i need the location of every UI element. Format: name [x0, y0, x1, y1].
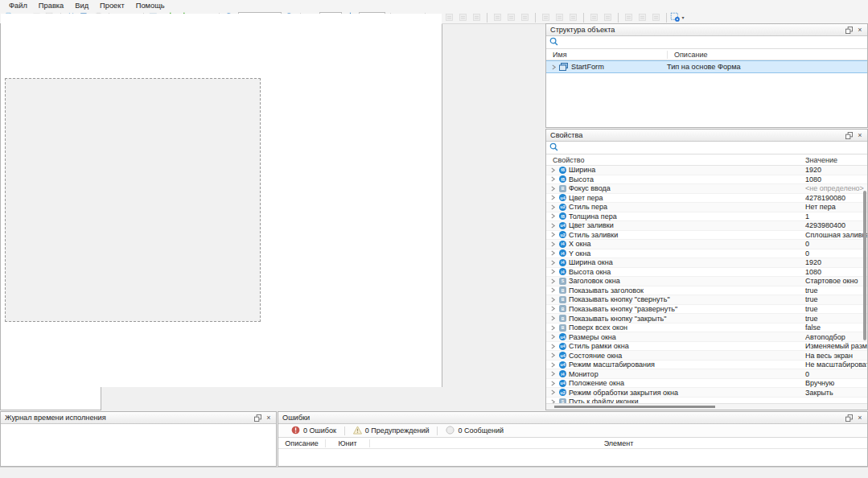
- property-value[interactable]: Автоподбор: [805, 333, 845, 341]
- structure-row-startform[interactable]: StartFormТип на основе Форма: [546, 60, 867, 73]
- close-panel-icon[interactable]: ×: [855, 414, 865, 422]
- chevron-right-icon[interactable]: [548, 278, 557, 284]
- property-row-13[interactable]: BПоказывать заголовокtrue: [546, 286, 867, 296]
- chevron-right-icon[interactable]: [548, 213, 557, 219]
- chevron-right-icon[interactable]: [548, 381, 557, 386]
- property-row-23[interactable]: u4Положение окнаВручную: [546, 379, 867, 389]
- property-row-19[interactable]: u4Стиль рамки окнаИзменяемый размер: [546, 342, 867, 352]
- chevron-right-icon[interactable]: [549, 64, 558, 70]
- float-panel-icon[interactable]: [253, 414, 262, 422]
- property-row-1[interactable]: f8Высота1080: [546, 175, 867, 185]
- errors-filter-0[interactable]: 0 Ошибок: [283, 424, 344, 437]
- property-row-6[interactable]: u4Цвет заливки4293980400: [546, 221, 867, 231]
- property-value[interactable]: 4278190080: [805, 194, 845, 202]
- properties-search[interactable]: [546, 142, 867, 155]
- property-value[interactable]: true: [805, 305, 818, 313]
- close-panel-icon[interactable]: ×: [855, 131, 865, 140]
- chevron-right-icon[interactable]: [548, 389, 557, 395]
- property-row-17[interactable]: BПоверх всех оконfalse: [546, 323, 867, 333]
- structure-search[interactable]: [546, 36, 867, 49]
- property-value[interactable]: Вручную: [805, 379, 834, 387]
- chevron-right-icon[interactable]: [548, 195, 557, 200]
- chevron-right-icon[interactable]: [548, 362, 557, 368]
- chevron-right-icon[interactable]: [548, 334, 557, 340]
- menu-item-0[interactable]: Файл: [3, 2, 33, 10]
- chevron-right-icon[interactable]: [548, 287, 557, 293]
- property-row-24[interactable]: u2Режим обработки закрытия окнаЗакрыть: [546, 388, 867, 398]
- vertical-scrollbar[interactable]: [863, 191, 866, 340]
- chevron-right-icon[interactable]: [548, 167, 557, 173]
- close-panel-icon[interactable]: ×: [264, 414, 274, 422]
- chevron-right-icon[interactable]: [548, 371, 557, 377]
- property-value[interactable]: Сплошная заливка: [805, 231, 867, 239]
- property-value[interactable]: true: [805, 286, 818, 295]
- chevron-right-icon[interactable]: [548, 269, 557, 274]
- property-row-15[interactable]: BПоказывать кнопку "развернуть"true: [546, 305, 867, 315]
- chevron-right-icon[interactable]: [548, 241, 557, 247]
- chevron-right-icon[interactable]: [548, 325, 557, 331]
- errors-filter-1[interactable]: 0 Предупреждений: [345, 424, 438, 437]
- property-row-8[interactable]: i4X окна0: [546, 240, 867, 249]
- chevron-right-icon[interactable]: [548, 176, 557, 182]
- menu-item-3[interactable]: Проект: [94, 2, 130, 10]
- property-row-20[interactable]: u4Состояние окнаНа весь экран: [546, 351, 867, 361]
- close-panel-icon[interactable]: ×: [855, 26, 865, 35]
- chevron-right-icon[interactable]: [548, 352, 557, 358]
- property-row-21[interactable]: u4Режим масштабированияНе масштабировать: [546, 361, 867, 370]
- selection-settings-icon[interactable]: ▾: [670, 12, 684, 23]
- property-row-18[interactable]: u4Размеры окнаАвтоподбор: [546, 332, 867, 342]
- float-panel-icon[interactable]: [844, 131, 854, 140]
- property-row-16[interactable]: BПоказывать кнопку "закрыть"true: [546, 314, 867, 323]
- property-value[interactable]: 1920: [805, 258, 821, 266]
- property-value[interactable]: 0: [805, 249, 809, 258]
- property-value[interactable]: 1080: [805, 175, 821, 183]
- property-value[interactable]: 0: [805, 240, 809, 248]
- float-panel-icon[interactable]: [844, 26, 854, 35]
- property-value[interactable]: false: [805, 323, 821, 332]
- property-value[interactable]: Изменяемый размер: [805, 342, 867, 350]
- property-value[interactable]: 0: [805, 370, 809, 378]
- menu-item-4[interactable]: Помощь: [130, 2, 171, 10]
- property-row-7[interactable]: u2Стиль заливкиСплошная заливка: [546, 231, 867, 241]
- property-row-22[interactable]: i4Монитор0: [546, 369, 867, 379]
- chevron-right-icon[interactable]: [548, 306, 557, 311]
- chevron-right-icon[interactable]: [548, 232, 557, 237]
- property-row-5[interactable]: f8Толщина пера1: [546, 212, 867, 222]
- properties-search-input[interactable]: [558, 143, 864, 152]
- chevron-right-icon[interactable]: [548, 315, 557, 321]
- property-value[interactable]: <не определено>: [805, 184, 864, 192]
- float-panel-icon[interactable]: [844, 414, 854, 422]
- property-value[interactable]: Закрыть: [805, 389, 833, 397]
- property-value[interactable]: true: [805, 315, 818, 323]
- property-row-10[interactable]: i4Ширина окна1920: [546, 258, 867, 268]
- structure-search-input[interactable]: [558, 38, 864, 47]
- chevron-right-icon[interactable]: [548, 204, 557, 210]
- property-row-14[interactable]: BПоказывать кнопку "свернуть"true: [546, 295, 867, 305]
- property-row-9[interactable]: i4Y окна0: [546, 249, 867, 259]
- property-value[interactable]: 1: [805, 212, 809, 220]
- property-value[interactable]: На весь экран: [805, 352, 853, 360]
- chevron-right-icon[interactable]: [548, 297, 557, 303]
- startform-design-surface[interactable]: [5, 78, 261, 322]
- property-row-4[interactable]: u2Стиль пераНет пера: [546, 203, 867, 212]
- horizontal-scrollbar[interactable]: [546, 403, 867, 410]
- chevron-right-icon[interactable]: [548, 186, 557, 192]
- property-value[interactable]: Нет пера: [805, 203, 836, 211]
- chevron-right-icon[interactable]: [548, 223, 557, 229]
- errors-filter-2[interactable]: 0 Сообщений: [438, 424, 512, 437]
- property-value[interactable]: Не масштабировать: [805, 361, 867, 369]
- property-row-11[interactable]: i4Высота окна1080: [546, 268, 867, 278]
- menu-item-2[interactable]: Вид: [69, 2, 94, 10]
- property-value[interactable]: 1080: [805, 268, 821, 276]
- property-value[interactable]: Стартовое окно: [805, 277, 858, 285]
- design-canvas[interactable]: [1, 14, 442, 387]
- scrollbar-thumb[interactable]: [554, 406, 715, 408]
- property-row-0[interactable]: f8Ширина1920: [546, 166, 867, 175]
- property-value[interactable]: 1920: [805, 166, 821, 174]
- property-value[interactable]: 4293980400: [805, 221, 845, 229]
- property-row-2[interactable]: BФокус ввода<не определено>: [546, 184, 867, 194]
- menu-item-1[interactable]: Правка: [33, 2, 69, 10]
- chevron-right-icon[interactable]: [548, 260, 557, 266]
- property-value[interactable]: true: [805, 295, 818, 303]
- property-row-12[interactable]: SЗаголовок окнаСтартовое окно: [546, 277, 867, 286]
